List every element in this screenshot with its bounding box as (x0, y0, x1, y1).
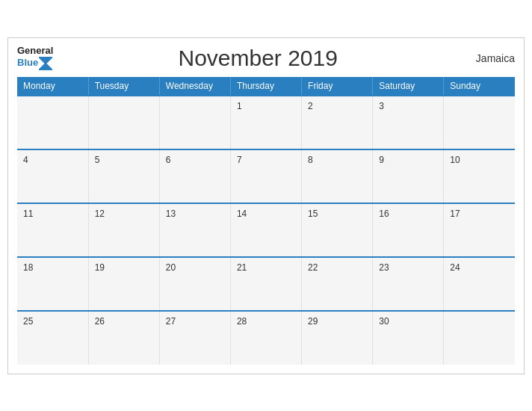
day-number: 28 (237, 316, 247, 327)
calendar-header: General Blue November 2019 Jamaica (17, 46, 515, 71)
calendar-week-row: 11121314151617 (17, 203, 515, 257)
calendar-day-cell: 13 (159, 203, 230, 257)
day-number: 9 (379, 155, 384, 165)
calendar-day-cell: 18 (17, 257, 88, 311)
day-number: 14 (237, 208, 247, 219)
calendar-day-cell (444, 96, 515, 149)
calendar-day-cell: 28 (230, 311, 301, 365)
calendar-day-cell: 24 (444, 257, 515, 311)
day-number: 23 (379, 262, 389, 273)
day-number: 29 (308, 316, 318, 327)
calendar-day-cell: 5 (88, 149, 159, 203)
calendar-day-cell: 12 (88, 203, 159, 257)
day-number: 24 (450, 262, 460, 273)
calendar-container: General Blue November 2019 Jamaica (7, 37, 525, 374)
day-number: 7 (237, 155, 242, 165)
calendar-day-cell: 11 (17, 203, 88, 257)
day-number: 1 (237, 101, 242, 111)
calendar-day-cell: 25 (17, 311, 88, 365)
calendar-day-cell: 14 (230, 203, 301, 257)
day-number: 16 (379, 208, 389, 219)
calendar-day-cell: 26 (88, 311, 159, 365)
calendar-day-cell: 7 (230, 149, 301, 203)
calendar-day-cell (88, 96, 159, 149)
calendar-day-cell (159, 96, 230, 149)
calendar-day-cell (444, 311, 515, 365)
calendar-day-cell: 19 (88, 257, 159, 311)
calendar-week-row: 18192021222324 (17, 257, 515, 311)
calendar-day-cell (17, 96, 88, 149)
calendar-day-cell: 20 (159, 257, 230, 311)
day-number: 20 (166, 262, 176, 273)
weekday-header-sunday: Sunday (444, 77, 515, 96)
day-number: 17 (450, 208, 460, 219)
calendar-day-cell: 15 (302, 203, 373, 257)
day-number: 10 (450, 155, 460, 165)
calendar-week-row: 45678910 (17, 149, 515, 203)
calendar-day-cell: 30 (373, 311, 444, 365)
weekday-header-thursday: Thursday (230, 77, 301, 96)
weekday-header-friday: Friday (302, 77, 373, 96)
calendar-header-row: MondayTuesdayWednesdayThursdayFridaySatu… (17, 77, 515, 96)
day-number: 6 (166, 155, 171, 165)
weekday-header-wednesday: Wednesday (159, 77, 230, 96)
day-number: 2 (308, 101, 313, 111)
day-number: 22 (308, 262, 318, 273)
month-title: November 2019 (53, 46, 463, 71)
day-number: 18 (23, 262, 33, 273)
calendar-day-cell: 1 (230, 96, 301, 149)
calendar-week-row: 252627282930 (17, 311, 515, 365)
day-number: 11 (23, 208, 33, 219)
day-number: 26 (95, 316, 105, 327)
calendar-day-cell: 8 (302, 149, 373, 203)
logo-general-text: General (17, 46, 53, 56)
calendar-day-cell: 23 (373, 257, 444, 311)
calendar-day-cell: 3 (373, 96, 444, 149)
weekday-header-monday: Monday (17, 77, 88, 96)
calendar-day-cell: 10 (444, 149, 515, 203)
day-number: 27 (166, 316, 176, 327)
day-number: 30 (379, 316, 389, 327)
day-number: 8 (308, 155, 313, 165)
day-number: 21 (237, 262, 247, 273)
calendar-day-cell: 6 (159, 149, 230, 203)
day-number: 4 (23, 155, 28, 165)
logo: General Blue (17, 46, 53, 69)
day-number: 5 (95, 155, 100, 165)
calendar-body: 1234567891011121314151617181920212223242… (17, 96, 515, 365)
weekday-header-tuesday: Tuesday (88, 77, 159, 96)
day-number: 19 (95, 262, 105, 273)
day-number: 12 (95, 208, 105, 219)
day-number: 15 (308, 208, 318, 219)
calendar-day-cell: 2 (302, 96, 373, 149)
calendar-day-cell: 4 (17, 149, 88, 203)
country-label: Jamaica (463, 52, 515, 64)
logo-flag-icon (39, 57, 52, 70)
calendar-day-cell: 9 (373, 149, 444, 203)
calendar-table: MondayTuesdayWednesdayThursdayFridaySatu… (17, 77, 515, 365)
calendar-day-cell: 17 (444, 203, 515, 257)
calendar-day-cell: 29 (302, 311, 373, 365)
logo-blue-text: Blue (17, 58, 38, 68)
calendar-day-cell: 16 (373, 203, 444, 257)
day-number: 13 (166, 208, 176, 219)
calendar-week-row: 123 (17, 96, 515, 149)
day-number: 25 (23, 316, 33, 327)
calendar-day-cell: 21 (230, 257, 301, 311)
calendar-day-cell: 22 (302, 257, 373, 311)
calendar-day-cell: 27 (159, 311, 230, 365)
weekday-header-saturday: Saturday (373, 77, 444, 96)
day-number: 3 (379, 101, 384, 111)
